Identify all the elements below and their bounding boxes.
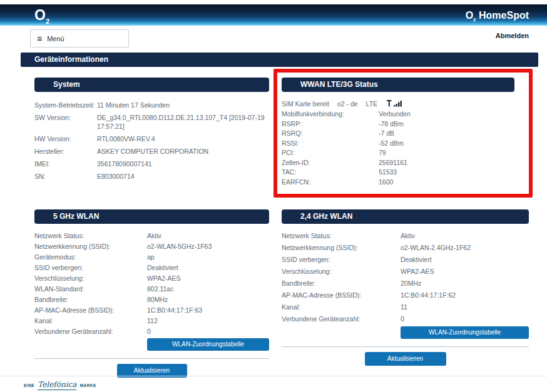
table-row: Kanal:11 [282,303,529,311]
info-row-value: 1C:B0:44:17:1F:63 [147,306,269,314]
section-wwan-title: WWAN LTE/3G Status [282,78,514,92]
table-row: RSRQ:-7 dB [282,129,514,138]
info-row-label: Mobilfunkverbindung: [282,110,379,119]
sim-status-text: SIM Karte bereit [282,100,329,108]
wlan5-mapping-table-button[interactable]: WLAN-Zuordnungstabelle [147,338,269,351]
signal-strength-icon [387,100,403,108]
info-row-value: 356178090007141 [97,159,269,168]
section-wwan: WWAN LTE/3G Status SIM Karte bereit o2 -… [282,78,514,188]
info-row-label: AP-MAC-Adresse (BSSID): [282,291,401,299]
info-row-label: Verschlüsselung: [34,274,147,283]
info-row-value: Verbunden [379,110,514,119]
info-row-label: Verbundene Geräteanzahl: [282,314,401,323]
table-row: Verbundene Geräteanzahl:0 [282,314,529,323]
table-row: SSID verbergen:Deaktiviert [34,263,269,272]
brand-prefix: EINE [24,383,34,388]
section-system-title: System [34,78,269,92]
info-row-value: 1600 [379,178,514,187]
table-row: Hersteller:ASKEY COMPUTER CORPORATION [34,147,269,156]
info-row-value: 80MHz [147,295,269,304]
wwan-rows: Mobilfunkverbindung:Verbunden RSRP:-78 d… [282,110,514,186]
info-row-label: Netzwerkkennung (SSID): [34,242,147,251]
table-row: WLAN-Standard:802.11ac [34,284,269,293]
wlan24-refresh-button[interactable]: Aktualisieren [365,352,446,366]
section-wlan-5ghz: 5 GHz WLAN Netzwerk Status:Aktiv Netzwer… [34,209,269,378]
info-row-label: Bandbreite: [34,295,147,304]
info-row-value: -7 dB [379,129,514,138]
section-wlan5-title: 5 GHz WLAN [34,209,269,224]
info-row-label: IMEI: [34,159,97,168]
info-row-label: Kanal: [282,303,401,311]
info-row-label: SW Version: [34,113,97,131]
info-row-label: Zellen-ID: [282,159,379,168]
o2-logo-text: O [34,7,46,23]
section-system: System System-Betriebszeit:11 Minuten 17… [34,78,269,184]
table-row: RSRP:-78 dBm [282,120,514,129]
table-row: HW Version:RTL0080VW-REV.4 [34,134,269,143]
menu-button[interactable]: ≡ Menü [30,29,129,48]
info-row-value: 802.11ac [147,284,269,293]
table-row: Bandbreite:80MHz [34,295,269,304]
wlan24-mapping-table-button[interactable]: WLAN-Zuordnungstabelle [401,326,529,339]
table-row: SW Version:DE_g34.0_RTL0080.D112.DE.21.1… [34,113,269,131]
table-row: Netzwerk Status:Aktiv [34,231,269,240]
info-row-value: 79 [379,149,514,158]
table-row: Verbundene Geräteanzahl:0 [34,327,269,336]
info-row-value: 25691161 [379,159,514,168]
info-row-label: PCI: [282,149,379,158]
info-row-value: 11 [401,303,529,311]
product-o: O [466,10,473,21]
footer-divider [0,376,547,376]
info-row-value: o2-WLAN-2.4GHz-1F62 [401,243,529,252]
system-rows: System-Betriebszeit:11 Minuten 17 Sekund… [34,101,269,181]
section-wlan-24ghz: 2,4 GHz WLAN Netzwerk Status:Aktiv Netzw… [282,209,529,366]
wlan24-rows: Netzwerk Status:Aktiv Netzwerkkennung (S… [282,231,529,323]
info-row-value: Aktiv [147,231,269,240]
info-row-label: Kanal: [34,316,147,325]
section-wlan24-title: 2,4 GHz WLAN [282,209,529,224]
page: O2 O2 HomeSpot ≡ Menü Abmelden Geräteinf… [0,0,547,392]
info-row-label: Gerätemodus: [34,253,147,261]
page-title: Geräteinformationen [21,53,538,67]
info-row-label: System-Betriebszeit: [34,101,97,109]
table-row: SN:E803000714 [34,172,269,181]
info-row-value: -78 dBm [379,120,514,129]
info-row-label: TAC: [282,168,379,177]
info-row-label: Bandbreite: [282,279,401,288]
info-row-label: Verschlüsselung: [282,267,401,276]
info-row-value: 0 [401,314,529,323]
table-row: Kanal:112 [34,316,269,325]
info-row-value: ASKEY COMPUTER CORPORATION [97,147,269,156]
info-row-value: 112 [147,316,269,325]
info-row-label: SSID verbergen: [34,263,147,272]
table-row: Verschlüsselung:WPA2-AES [282,267,529,276]
table-row: SSID verbergen:Deaktiviert [282,255,529,264]
info-row-label: RSRQ: [282,129,379,138]
info-row-label: Netzwerk Status: [282,231,401,240]
hamburger-menu-icon: ≡ [37,34,42,43]
info-row-label: SSID verbergen: [282,255,401,264]
table-row: Netzwerkkennung (SSID):o2-WLAN-2.4GHz-1F… [282,243,529,252]
info-row-label: AP-MAC-Adresse (BSSID): [34,306,147,314]
info-row-value: 0 [147,327,269,336]
info-row-label: Netzwerkkennung (SSID): [282,243,401,252]
telefonica-wordmark: Telefónica [38,380,76,390]
info-row-label: HW Version: [34,134,97,143]
info-row-label: Verbundene Geräteanzahl: [34,327,147,336]
info-row-label: RSRP: [282,120,379,129]
table-row: EARFCN:1600 [282,178,514,187]
info-row-label: WLAN-Standard: [34,284,147,293]
info-row-label: Hersteller: [34,147,97,156]
table-row: RSSI:-52 dBm [282,139,514,148]
table-row: TAC:51533 [282,168,514,177]
product-title: O2 HomeSpot [466,10,529,23]
table-row: Netzwerkkennung (SSID):o2-WLAN-5GHz-1F63 [34,242,269,251]
table-row: IMEI:356178090007141 [34,159,269,168]
logout-link[interactable]: Abmelden [496,32,529,39]
telefonica-brand-logo: EINE Telefónica MARKE [24,380,96,390]
info-row-value: Aktiv [401,231,529,240]
table-row: Zellen-ID:25691161 [282,159,514,168]
o2-logo-sub: 2 [46,18,49,25]
network-type: LTE [366,100,377,108]
info-row-value: 51533 [379,168,514,177]
